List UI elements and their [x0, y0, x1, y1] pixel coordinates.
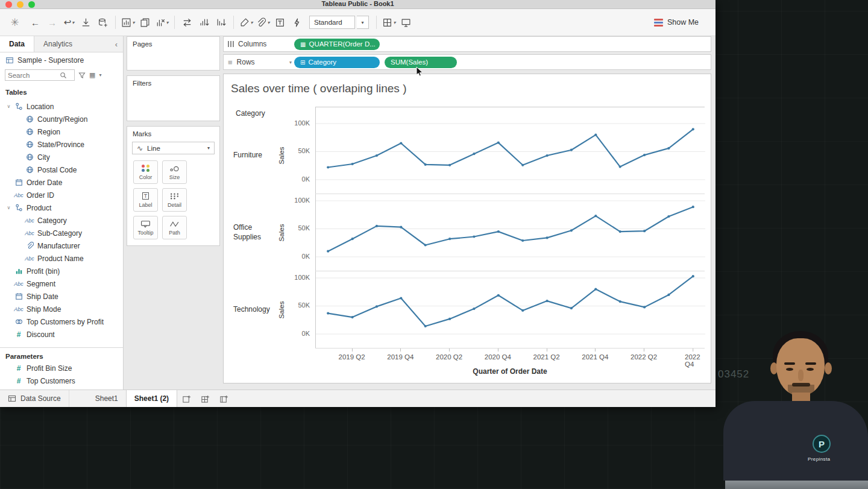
tables-section-label: Tables [0, 84, 123, 98]
highlight-button[interactable]: ▾ [239, 14, 254, 31]
field-row[interactable]: #Discount [0, 328, 123, 341]
size-button[interactable]: Size [162, 160, 187, 184]
line-chart[interactable] [316, 194, 705, 271]
path-button[interactable]: Path [162, 216, 187, 239]
chevron-down-icon[interactable]: ▾ [99, 72, 101, 78]
fit-dropdown[interactable]: Standard [309, 16, 355, 29]
new-dashboard-button[interactable] [196, 390, 215, 407]
field-label: Sub-Category [37, 229, 82, 238]
line-chart[interactable] [316, 117, 705, 194]
x-tick: 2021 Q2 [533, 353, 560, 361]
undo-redo-button[interactable]: ↩▾ [61, 14, 77, 31]
field-row[interactable]: Ship Date [0, 290, 123, 303]
show-mark-labels-button[interactable] [272, 14, 288, 31]
size-icon [169, 165, 180, 172]
row-label: Furniture [233, 117, 278, 194]
group-members-button[interactable]: ▾ [256, 14, 271, 31]
field-row[interactable]: Profit (bin) [0, 265, 123, 277]
search-input[interactable] [8, 72, 60, 79]
new-story-button[interactable] [215, 390, 233, 407]
forward-button[interactable]: → [45, 14, 60, 31]
field-row[interactable]: Country/Region [0, 113, 123, 125]
data-source-tab[interactable]: Data Source [0, 390, 69, 407]
field-row[interactable]: ∨Product [0, 201, 123, 214]
x-tick: 2020 Q4 [485, 353, 511, 361]
sort-descending-button[interactable] [213, 14, 228, 31]
chevron-down-icon[interactable]: ∨ [5, 104, 13, 109]
search-input-box[interactable] [5, 69, 75, 81]
clear-sheet-button[interactable]: ▾ [154, 14, 169, 31]
field-label: Ship Date [27, 292, 58, 301]
filter-fields-icon[interactable] [78, 72, 86, 79]
color-button[interactable]: Color [133, 160, 158, 184]
cell-size-button[interactable]: ▾ [382, 14, 397, 31]
chevron-down-icon: ▾ [166, 20, 168, 25]
mark-type-value: Line [147, 145, 160, 152]
fit-dropdown-caret[interactable]: ▾ [357, 16, 369, 29]
chart-band: Technology Sales 100K 50K 0K [224, 271, 706, 349]
back-button[interactable]: ← [28, 14, 43, 31]
show-me-button[interactable]: Show Me [654, 18, 708, 27]
pill-quarter-order-date[interactable]: ▦ QUARTER(Order D... [294, 39, 380, 50]
new-worksheet-button[interactable]: ▾ [121, 14, 136, 31]
field-row[interactable]: Region [0, 125, 123, 138]
swap-axes-button[interactable] [180, 14, 195, 31]
field-row[interactable]: #Top Customers [0, 374, 123, 387]
tooltip-button[interactable]: Tooltip [133, 216, 158, 239]
field-label: Manufacturer [37, 242, 80, 250]
chevron-down-icon[interactable]: ∨ [5, 205, 13, 210]
field-row[interactable]: Top Customers by Profit [0, 315, 123, 328]
pill-label: SUM(Sales) [391, 58, 428, 66]
view-as-grid-icon[interactable]: ▦ [89, 71, 95, 79]
pages-card[interactable]: Pages [127, 36, 220, 71]
field-row[interactable]: AbcProduct Name [0, 252, 123, 265]
rows-shelf[interactable]: ≡ Rows ▾ ⊞ Category SUM(Sales) [223, 54, 711, 70]
sort-ascending-button[interactable] [197, 14, 212, 31]
filters-card[interactable]: Filters [127, 75, 220, 121]
field-row[interactable]: Manufacturer [0, 239, 123, 252]
label-button[interactable]: TLabel [133, 188, 158, 212]
data-source-icon [8, 394, 16, 403]
tab-sheet1-2[interactable]: Sheet1 (2) [126, 390, 177, 407]
field-row[interactable]: AbcShip Mode [0, 303, 123, 315]
field-row[interactable]: AbcSub-Category [0, 227, 123, 239]
mark-type-dropdown[interactable]: ∿ Line ▾ [132, 142, 215, 154]
field-row[interactable]: State/Province [0, 138, 123, 151]
save-button[interactable] [78, 14, 93, 31]
new-worksheet-tab-button[interactable] [177, 390, 196, 407]
worksheet-title[interactable]: Sales over time ( overlaping lines ) [224, 74, 711, 95]
y-axis-ticks: 100K 50K 0K [286, 194, 313, 271]
abc-icon: Abc [24, 230, 36, 236]
new-datasource-button[interactable] [95, 14, 110, 31]
hash-icon: # [13, 330, 25, 339]
tab-data[interactable]: Data [0, 36, 34, 52]
chevron-down-icon: ▾ [393, 20, 395, 25]
field-row[interactable]: Order Date [0, 176, 123, 189]
tab-analytics[interactable]: Analytics [34, 36, 81, 52]
globe-icon [24, 128, 36, 136]
sets-icon [13, 318, 25, 326]
field-row[interactable]: AbcSegment [0, 277, 123, 290]
field-row[interactable]: ∨Location [0, 100, 123, 113]
field-row[interactable]: #Profit Bin Size [0, 362, 123, 374]
presentation-mode-button[interactable] [398, 14, 414, 31]
tableau-logo-icon[interactable]: ✳ [7, 14, 22, 31]
hierarchy-icon [13, 103, 25, 110]
chevron-down-icon[interactable]: ▾ [289, 60, 294, 65]
field-row[interactable]: Postal Code [0, 163, 123, 176]
detail-button[interactable]: Detail [162, 188, 187, 212]
field-row[interactable]: AbcOrder ID [0, 189, 123, 201]
collapse-pane-icon[interactable]: ‹ [110, 36, 123, 52]
field-row[interactable]: City [0, 151, 123, 163]
fix-axes-button[interactable] [289, 14, 304, 31]
tab-sheet1[interactable]: Sheet1 [87, 390, 126, 407]
datasource-row[interactable]: Sample - Superstore [0, 52, 123, 68]
line-chart[interactable] [316, 271, 705, 349]
duplicate-button[interactable] [137, 14, 153, 31]
pill-category[interactable]: ⊞ Category [294, 57, 380, 68]
marks-button-label: Color [139, 174, 153, 180]
chevron-down-icon: ▾ [267, 20, 269, 25]
columns-shelf[interactable]: Columns ▦ QUARTER(Order D... [223, 36, 711, 52]
field-label: Order ID [27, 191, 54, 200]
field-row[interactable]: AbcCategory [0, 214, 123, 227]
